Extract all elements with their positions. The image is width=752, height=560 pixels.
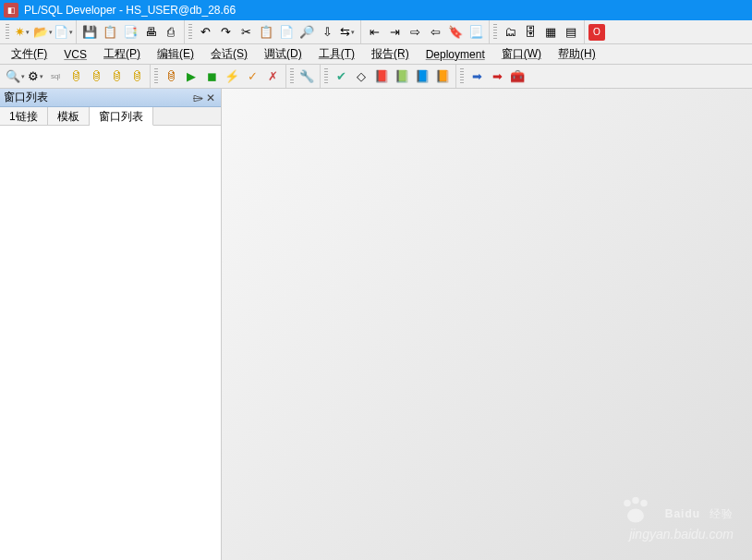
arrow-red-button[interactable]: ➡ xyxy=(488,67,506,86)
search-button[interactable]: 🔍 xyxy=(6,67,24,86)
export-button[interactable]: ⎙ xyxy=(162,23,180,42)
new-button[interactable]: ✷ xyxy=(13,23,31,42)
watermark-product: 经验 xyxy=(710,507,734,520)
session-kill-button[interactable]: 🛢 xyxy=(162,67,180,86)
watermark: Baidu 经验 jingyan.baidu.com xyxy=(619,491,734,542)
watermark-url: jingyan.baidu.com xyxy=(619,527,734,542)
print-button[interactable]: 🖶 xyxy=(141,23,160,42)
close-icon[interactable]: ✕ xyxy=(204,91,217,104)
grid-button[interactable]: ▦ xyxy=(541,23,560,42)
db4-button[interactable]: 🛢 xyxy=(127,67,146,86)
menu-window[interactable]: 窗口(W) xyxy=(496,44,547,64)
app-icon: ◧ xyxy=(4,3,18,18)
cut-button[interactable]: ✂ xyxy=(237,23,255,42)
sql-button[interactable]: sql xyxy=(46,67,65,86)
commit-button[interactable]: ✓ xyxy=(243,67,261,86)
menu-debug[interactable]: 调试(D) xyxy=(259,44,308,64)
find-button[interactable]: 🔎 xyxy=(297,23,316,42)
go-begin-button[interactable]: ⇤ xyxy=(365,23,383,42)
menu-help[interactable]: 帮助(H) xyxy=(552,44,601,64)
panel-tabs: 1链接 模板 窗口列表 xyxy=(0,107,221,126)
paw-icon xyxy=(619,493,652,527)
db1-button[interactable]: 🛢 xyxy=(67,67,85,86)
menu-file[interactable]: 文件(F) xyxy=(6,44,53,64)
clear-button[interactable]: ◇ xyxy=(352,67,370,86)
toolbox-button[interactable]: 🧰 xyxy=(508,67,527,86)
undo-button[interactable]: ↶ xyxy=(196,23,214,42)
watermark-brand: Baidu xyxy=(665,507,700,520)
pin-icon[interactable]: ⌲ xyxy=(191,91,204,104)
book3-button[interactable]: 📘 xyxy=(413,67,431,86)
doc-button[interactable]: 📃 xyxy=(467,23,485,42)
svg-point-2 xyxy=(640,500,648,507)
grip-icon xyxy=(290,68,294,85)
menu-project[interactable]: 工程(P) xyxy=(98,44,146,64)
go-end-button[interactable]: ⇥ xyxy=(385,23,404,42)
db2-button[interactable]: 🛢 xyxy=(87,67,105,86)
svg-point-3 xyxy=(627,509,644,523)
rollback-button[interactable]: ✗ xyxy=(263,67,282,86)
save-all-button[interactable]: 💾 xyxy=(80,23,99,42)
toolbar-1: ✷ 📂 📄 💾 📋 📑 🖶 ⎙ ↶ ↷ ✂ 📋 📄 🔎 ⇩ ⇆ ⇤ ⇥ ⇨ ⇦ … xyxy=(0,20,752,44)
grip-icon xyxy=(493,24,497,41)
paste-button[interactable]: 📄 xyxy=(277,23,296,42)
menu-deployment[interactable]: Deployment xyxy=(420,46,491,63)
save-button[interactable]: 📄 xyxy=(54,23,72,42)
outdent-button[interactable]: ⇦ xyxy=(426,23,444,42)
toolbar-2: 🔍 ⚙ sql 🛢 🛢 🛢 🛢 🛢 ▶ ◼ ⚡ ✓ ✗ 🔧 ✔ ◇ 📕 📗 📘 … xyxy=(0,65,752,89)
oracle-icon[interactable]: O xyxy=(588,24,605,41)
book4-button[interactable]: 📙 xyxy=(433,67,452,86)
app-title: PL/SQL Developer - HS_USER@db_28.66 xyxy=(24,4,236,17)
open-button[interactable]: 📂 xyxy=(33,23,52,42)
exec-yellow-button[interactable]: ⚡ xyxy=(223,67,241,86)
menu-session[interactable]: 会话(S) xyxy=(205,44,253,64)
tab-templates[interactable]: 模板 xyxy=(48,107,90,125)
main-area: Baidu 经验 jingyan.baidu.com xyxy=(222,89,752,560)
stop-button[interactable]: ◼ xyxy=(202,67,221,86)
copy-button[interactable]: 📋 xyxy=(257,23,275,42)
window-list-panel: 窗口列表 ⌲ ✕ 1链接 模板 窗口列表 xyxy=(0,89,222,560)
tab-links[interactable]: 1链接 xyxy=(0,107,48,125)
indent-button[interactable]: ⇨ xyxy=(406,23,424,42)
panel-body xyxy=(0,126,221,560)
config-button[interactable]: ⚙ xyxy=(26,67,44,86)
run-button[interactable]: ▶ xyxy=(182,67,200,86)
check-button[interactable]: ✔ xyxy=(332,67,350,86)
find-next-button[interactable]: ⇩ xyxy=(318,23,336,42)
arrow-blue-button[interactable]: ➡ xyxy=(467,67,486,86)
browser-button[interactable]: 🗄 xyxy=(521,23,540,42)
book1-button[interactable]: 📕 xyxy=(372,67,391,86)
svg-point-1 xyxy=(632,497,639,505)
bookmark-button[interactable]: 🔖 xyxy=(446,23,465,42)
menu-vcs[interactable]: VCS xyxy=(58,46,92,63)
menu-bar: 文件(F) VCS 工程(P) 编辑(E) 会话(S) 调试(D) 工具(T) … xyxy=(0,44,752,65)
workspace: 窗口列表 ⌲ ✕ 1链接 模板 窗口列表 Baidu 经验 jingyan.ba… xyxy=(0,89,752,560)
panel-title: 窗口列表 xyxy=(4,90,191,105)
grip-icon xyxy=(6,24,9,41)
replace-button[interactable]: ⇆ xyxy=(338,23,357,42)
book2-button[interactable]: 📗 xyxy=(393,67,411,86)
objects-button[interactable]: 🗂 xyxy=(501,23,519,42)
grip-icon xyxy=(154,68,158,85)
copy-doc-button[interactable]: 📋 xyxy=(101,23,119,42)
panel-header[interactable]: 窗口列表 ⌲ ✕ xyxy=(0,89,221,107)
svg-point-0 xyxy=(624,500,631,507)
grip-icon xyxy=(460,68,464,85)
wrench-button[interactable]: 🔧 xyxy=(297,67,316,86)
redo-button[interactable]: ↷ xyxy=(216,23,235,42)
grip-icon xyxy=(188,24,192,41)
table-button[interactable]: ▤ xyxy=(562,23,580,42)
docs-button[interactable]: 📑 xyxy=(121,23,139,42)
menu-tools[interactable]: 工具(T) xyxy=(313,44,360,64)
menu-edit[interactable]: 编辑(E) xyxy=(152,44,200,64)
grip-icon xyxy=(324,68,328,85)
title-bar: ◧ PL/SQL Developer - HS_USER@db_28.66 xyxy=(0,0,752,20)
tab-window-list[interactable]: 窗口列表 xyxy=(90,107,153,126)
db3-button[interactable]: 🛢 xyxy=(107,67,126,86)
menu-report[interactable]: 报告(R) xyxy=(366,44,415,64)
